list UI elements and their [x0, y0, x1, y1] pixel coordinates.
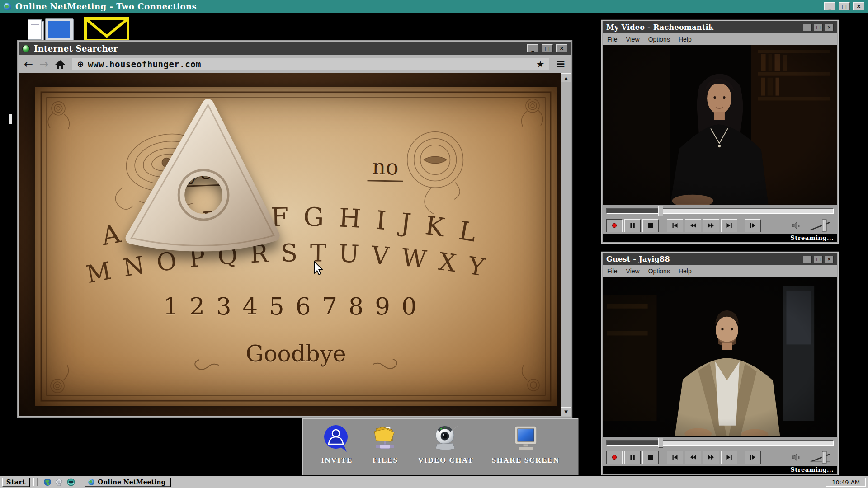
guest-menu-bar: File View Options Help — [603, 265, 837, 277]
back-button[interactable]: ← — [24, 59, 33, 70]
share-screen-button[interactable]: SHARE SCREEN — [492, 424, 560, 465]
my-video-controls — [603, 217, 837, 234]
url-text[interactable]: www.houseofhunger.com — [88, 59, 532, 69]
satellite-dish-icon[interactable] — [55, 478, 63, 486]
my-video-window: My Video - Racheomantik _ □ × File View … — [601, 19, 839, 244]
guest-close-button[interactable]: × — [825, 256, 834, 263]
world-app-icon[interactable] — [67, 478, 75, 486]
guest-video-feed — [603, 277, 837, 437]
skip-forward-button[interactable] — [721, 451, 737, 464]
fast-forward-button[interactable] — [703, 451, 719, 464]
menu-view[interactable]: View — [626, 267, 640, 275]
guest-minimize-button[interactable]: _ — [803, 256, 812, 263]
stop-button[interactable] — [642, 451, 659, 464]
stop-button[interactable] — [642, 219, 659, 232]
pause-button[interactable] — [624, 219, 641, 232]
my-video-feed — [603, 45, 837, 205]
browser-minimize-button[interactable]: _ — [527, 44, 538, 52]
my-video-title: My Video - Racheomantik — [606, 23, 713, 32]
menu-file[interactable]: File — [607, 267, 618, 275]
url-field[interactable]: ⊕ www.houseofhunger.com ★ — [72, 58, 549, 70]
desktop-computer-icon[interactable] — [26, 14, 76, 43]
menu-options[interactable]: Options — [648, 267, 670, 275]
skip-back-button[interactable] — [667, 451, 683, 464]
browser-scrollbar[interactable]: ▲ ▼ — [561, 73, 571, 416]
close-button[interactable]: × — [853, 2, 864, 10]
taskbar-task-netmeeting[interactable]: Online NetMeeting — [85, 478, 170, 487]
woman-video-scene — [603, 45, 837, 205]
lips-decoration — [407, 132, 463, 214]
guest-status-bar: Streaming... — [603, 466, 837, 474]
files-button[interactable]: FILES — [371, 424, 400, 465]
seek-thumb[interactable] — [658, 438, 663, 448]
speaker-icon[interactable] — [791, 452, 803, 462]
menu-view[interactable]: View — [626, 36, 640, 43]
share-screen-label: SHARE SCREEN — [492, 456, 560, 465]
invite-button[interactable]: INVITE — [321, 424, 352, 465]
guest-controls — [603, 449, 837, 466]
browser-window: Internet Searcher _ □ × ← → ⊕ www.houseo… — [17, 40, 573, 418]
scroll-down-button[interactable]: ▼ — [561, 407, 571, 416]
webcam-icon — [431, 424, 460, 452]
guest-seek-bar[interactable] — [603, 437, 837, 449]
my-video-title-bar[interactable]: My Video - Racheomantik _ □ × — [603, 21, 837, 33]
fast-forward-button[interactable] — [703, 219, 719, 232]
guest-title: Guest - Jayig88 — [606, 255, 670, 263]
maximize-button[interactable]: □ — [839, 2, 850, 10]
network-folder-icon — [371, 424, 400, 452]
home-button[interactable] — [55, 59, 66, 69]
my-video-minimize-button[interactable]: _ — [803, 24, 812, 31]
step-forward-button[interactable] — [745, 219, 761, 232]
record-button[interactable] — [606, 451, 623, 464]
my-video-status-bar: Streaming... — [603, 234, 837, 242]
rewind-button[interactable] — [685, 451, 701, 464]
video-chat-button[interactable]: VIDEO CHAT — [418, 424, 474, 465]
browser-title-bar[interactable]: Internet Searcher _ □ × — [19, 42, 571, 55]
globe-quicklaunch-icon[interactable] — [43, 478, 52, 486]
menu-help[interactable]: Help — [679, 267, 692, 275]
speaker-icon[interactable] — [791, 221, 803, 230]
guest-video-window: Guest - Jayig88 _ □ × File View Options … — [601, 251, 839, 476]
volume-slider[interactable] — [809, 219, 834, 232]
taskbar-separator — [33, 478, 34, 486]
board-art: A B C D E F G H I J K L M N O P Q R S T … — [35, 87, 557, 406]
streaming-status: Streaming... — [790, 235, 834, 241]
video-chat-label: VIDEO CHAT — [418, 456, 474, 465]
volume-slider[interactable] — [809, 450, 834, 464]
bookmark-star-icon[interactable]: ★ — [536, 59, 544, 70]
menu-file[interactable]: File — [607, 36, 618, 43]
skip-back-button[interactable] — [667, 219, 683, 232]
site-globe-icon: ⊕ — [77, 59, 84, 69]
start-button[interactable]: Start — [2, 478, 29, 487]
browser-close-button[interactable]: × — [556, 44, 567, 52]
browser-menu-button[interactable]: ≡ — [556, 59, 566, 69]
record-button[interactable] — [606, 219, 623, 232]
pause-button[interactable] — [624, 451, 641, 464]
files-label: FILES — [373, 456, 398, 465]
my-video-seek-bar[interactable] — [603, 205, 837, 217]
browser-globe-icon — [22, 45, 30, 52]
step-forward-button[interactable] — [745, 451, 761, 464]
task-label: Online NetMeeting — [98, 479, 165, 486]
task-globe-icon — [88, 479, 94, 485]
board-letters-row2: M N O P Q R S T U V W X Y Z — [25, 73, 499, 289]
guest-title-bar[interactable]: Guest - Jayig88 _ □ × — [603, 253, 837, 265]
browser-content: yes no 1 2 3 4 5 6 7 8 9 0 Goodbye — [19, 73, 561, 416]
skip-forward-button[interactable] — [721, 219, 737, 232]
seek-thumb[interactable] — [658, 206, 663, 216]
menu-options[interactable]: Options — [648, 36, 670, 43]
minimize-button[interactable]: _ — [824, 2, 835, 10]
my-video-close-button[interactable]: × — [825, 24, 834, 31]
invite-chat-icon — [322, 424, 351, 452]
ouija-board: yes no 1 2 3 4 5 6 7 8 9 0 Goodbye — [35, 87, 557, 406]
forward-button[interactable]: → — [39, 59, 48, 70]
taskbar-separator — [37, 478, 38, 486]
desktop-artifact — [9, 114, 12, 124]
my-video-maximize-button[interactable]: □ — [814, 24, 823, 31]
taskbar-clock[interactable]: 10:49 AM — [826, 478, 866, 487]
scroll-up-button[interactable]: ▲ — [561, 73, 571, 82]
rewind-button[interactable] — [685, 219, 701, 232]
menu-help[interactable]: Help — [679, 36, 692, 43]
guest-maximize-button[interactable]: □ — [814, 256, 823, 263]
browser-maximize-button[interactable]: □ — [542, 44, 553, 52]
